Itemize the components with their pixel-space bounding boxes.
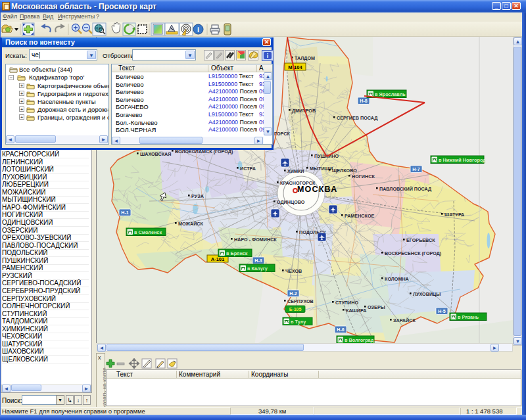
svg-text:ШАХОВСКАЯ: ШАХОВСКАЯ xyxy=(140,151,171,157)
svg-text:ИСТРА: ИСТРА xyxy=(240,166,256,172)
svg-text:ОДИНЦОВО: ОДИНЦОВО xyxy=(277,199,305,205)
svg-text:МОСКВА: МОСКВА xyxy=(297,185,337,194)
svg-text:Н-6: Н-6 xyxy=(337,327,344,332)
svg-text:Н-1: Н-1 xyxy=(121,210,128,215)
svg-text:ЗАРАЙСК: ЗАРАЙСК xyxy=(393,317,416,323)
svg-text:ЩЕЛКОВО: ЩЕЛКОВО xyxy=(332,168,357,174)
svg-text:ЛУХОВИЦЫ: ЛУХОВИЦЫ xyxy=(413,291,441,297)
svg-text:в Смоленск: в Смоленск xyxy=(134,229,162,235)
svg-text:РАМЕНСКОЕ: РАМЕНСКОЕ xyxy=(345,213,374,219)
svg-text:ТАЛДОМ: ТАЛДОМ xyxy=(295,55,315,61)
svg-text:ГОРСК: ГОРСК xyxy=(274,131,290,137)
svg-text:в Брянск: в Брянск xyxy=(226,250,248,256)
svg-text:Н-3: Н-3 xyxy=(254,258,262,263)
svg-text:ОЗЕРЫ: ОЗЕРЫ xyxy=(368,304,385,310)
svg-text:в Волгоград: в Волгоград xyxy=(345,337,374,343)
svg-text:СТУПИНО: СТУПИНО xyxy=(335,300,358,306)
svg-text:Н-8: Н-8 xyxy=(360,99,367,103)
svg-text:i: i xyxy=(197,26,199,34)
svg-text:Н-5: Н-5 xyxy=(438,309,445,314)
svg-text:ЕГОРЬЕВСК: ЕГОРЬЕВСК xyxy=(406,237,435,243)
svg-text:в Ярославль: в Ярославль xyxy=(375,91,406,97)
svg-text:ПАВЛОВСКИЙ ПОСАД: ПАВЛОВСКИЙ ПОСАД xyxy=(379,186,431,192)
svg-text:в Тулу: в Тулу xyxy=(291,319,306,325)
svg-text:в Калугу: в Калугу xyxy=(247,266,268,271)
svg-text:в Нижний Новгород: в Нижний Новгород xyxy=(439,157,486,163)
svg-text:КАШИРА: КАШИРА xyxy=(346,308,366,314)
svg-text:Н-2: Н-2 xyxy=(289,291,297,296)
svg-text:СЕРГИЕВ ПОСАД: СЕРГИЕВ ПОСАД xyxy=(337,115,377,121)
svg-text:Е-105: Е-105 xyxy=(289,307,302,312)
svg-text:НАРО - ФОМИНСК: НАРО - ФОМИНСК xyxy=(234,237,277,243)
svg-text:СЕРПУХОВ: СЕРПУХОВ xyxy=(287,298,314,304)
svg-text:Н-7: Н-7 xyxy=(412,167,419,172)
svg-text:в Рязань: в Рязань xyxy=(458,314,479,320)
svg-text:ХИМКИ: ХИМКИ xyxy=(287,168,304,174)
svg-text:ВОСКРЕСЕНСК (ГОРОД): ВОСКРЕСЕНСК (ГОРОД) xyxy=(385,250,442,256)
svg-text:РУЗА: РУЗА xyxy=(191,193,204,199)
svg-text:i: i xyxy=(267,53,269,59)
svg-text:МОЖАЙСК: МОЖАЙСК xyxy=(178,221,204,227)
svg-text:ШАТУРА: ШАТУРА xyxy=(444,212,464,218)
svg-text:КОЛОМНА: КОЛОМНА xyxy=(385,276,409,282)
svg-text:НОГИНСК: НОГИНСК xyxy=(352,174,375,179)
svg-text:М-104: М-104 xyxy=(288,64,302,70)
svg-text:ЧЕХОВ: ЧЕХОВ xyxy=(285,268,302,274)
